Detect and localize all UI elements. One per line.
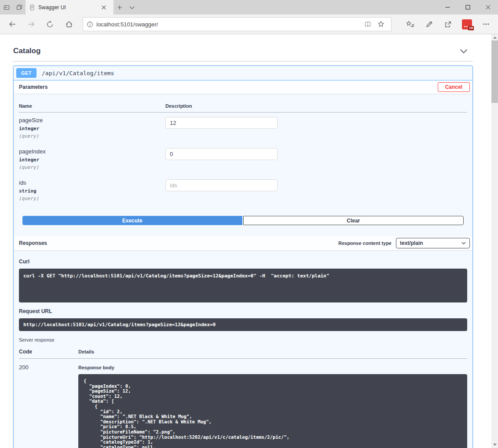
column-header-details: Details bbox=[78, 349, 467, 359]
home-button[interactable] bbox=[59, 15, 78, 33]
forward-button[interactable] bbox=[22, 15, 40, 33]
extension-badge: 19 bbox=[468, 26, 474, 30]
param-location: (query) bbox=[19, 196, 165, 201]
parameters-body: Name Description pageSize integer (query… bbox=[14, 103, 472, 236]
tab-close-icon[interactable] bbox=[98, 0, 110, 15]
curl-label: Curl bbox=[19, 259, 467, 265]
pagesize-input[interactable] bbox=[165, 117, 278, 129]
clear-button[interactable]: Clear bbox=[243, 216, 464, 225]
parameters-title: Parameters bbox=[19, 84, 48, 90]
settings-ellipsis-icon[interactable] bbox=[476, 15, 495, 33]
add-favorite-star-icon[interactable] bbox=[374, 18, 388, 30]
server-response-label: Server response bbox=[19, 337, 467, 342]
refresh-button[interactable] bbox=[40, 15, 59, 33]
reading-view-icon[interactable] bbox=[361, 18, 374, 30]
page-content: Catalog GET /api/v1/Catalog/items Parame… bbox=[0, 34, 498, 448]
operation-summary[interactable]: GET /api/v1/Catalog/items bbox=[14, 66, 472, 80]
collapse-tag-chevron-icon[interactable] bbox=[457, 49, 470, 54]
responses-header: Responses Response content type text/pla… bbox=[14, 236, 472, 250]
operation-block: GET /api/v1/Catalog/items Parameters Can… bbox=[13, 66, 473, 448]
param-name: pageSize bbox=[19, 117, 165, 124]
response-content-type: Response content type text/plain bbox=[338, 238, 470, 248]
scrollbar-up-arrow-icon[interactable] bbox=[491, 34, 498, 41]
http-method-badge: GET bbox=[16, 68, 37, 78]
navigation-bar: localhost:5101/swagger/ 19 bbox=[0, 15, 498, 34]
browser-tab[interactable]: Swagger UI bbox=[26, 0, 114, 15]
param-type: string bbox=[19, 188, 165, 194]
column-header-description: Description bbox=[165, 103, 467, 113]
window-controls bbox=[437, 0, 498, 15]
column-header-name: Name bbox=[19, 103, 165, 113]
column-header-code: Code bbox=[19, 349, 78, 359]
response-content-type-label: Response content type bbox=[338, 240, 392, 246]
window-minimize-button[interactable] bbox=[437, 0, 458, 15]
browser-window: Swagger UI bbox=[0, 0, 498, 448]
param-type: integer bbox=[19, 157, 165, 163]
content-type-select[interactable]: text/plain bbox=[396, 238, 470, 248]
set-tabs-aside-icon[interactable] bbox=[0, 0, 13, 15]
param-location: (query) bbox=[19, 164, 165, 170]
param-type: integer bbox=[19, 126, 165, 131]
responses-title: Responses bbox=[19, 240, 47, 246]
favorites-hub-icon[interactable] bbox=[401, 15, 420, 33]
tabs-preview-icon[interactable] bbox=[13, 0, 26, 15]
response-body-label: Response body bbox=[78, 365, 467, 370]
back-button[interactable] bbox=[3, 15, 22, 33]
param-location: (query) bbox=[19, 133, 165, 139]
tab-strip: Swagger UI bbox=[0, 0, 498, 15]
responses-body: Curl curl -X GET "http://localhost:5101/… bbox=[14, 250, 472, 448]
toolbar-icons: 19 bbox=[401, 15, 495, 33]
page-favicon-icon bbox=[29, 4, 35, 11]
parameters-table: Name Description pageSize integer (query… bbox=[19, 103, 467, 206]
pageindex-input[interactable] bbox=[165, 148, 278, 160]
tab-title: Swagger UI bbox=[38, 4, 95, 11]
new-tab-button[interactable] bbox=[114, 0, 126, 15]
status-code: 200 bbox=[19, 364, 78, 371]
cancel-button[interactable]: Cancel bbox=[438, 82, 470, 92]
request-url[interactable]: http://localhost:5101/api/v1/Catalog/ite… bbox=[19, 318, 467, 331]
request-url-label: Request URL bbox=[19, 308, 467, 314]
response-body[interactable]: { "pageIndex": 0, "pageSize": 12, "count… bbox=[78, 374, 467, 448]
address-bar[interactable]: localhost:5101/swagger/ bbox=[83, 17, 392, 31]
tag-section-header: Catalog bbox=[13, 34, 473, 62]
parameter-row: pageSize integer (query) bbox=[19, 113, 467, 144]
share-icon[interactable] bbox=[439, 15, 458, 33]
tab-list-chevron-icon[interactable] bbox=[126, 0, 138, 15]
response-row: 200 Response body { "pageIndex": 0, "pag… bbox=[19, 359, 467, 448]
server-response-table: Code Details 200 Response body { "pageIn… bbox=[19, 349, 467, 448]
parameter-row: ids string (query) bbox=[19, 175, 467, 206]
parameter-row: pageIndex integer (query) bbox=[19, 144, 467, 175]
content-type-value: text/plain bbox=[400, 240, 423, 246]
ids-input[interactable] bbox=[165, 179, 278, 191]
scrollbar-down-arrow-icon[interactable] bbox=[491, 441, 498, 448]
adblock-extension-icon[interactable]: 19 bbox=[458, 15, 476, 33]
curl-command[interactable]: curl -X GET "http://localhost:5101/api/v… bbox=[19, 269, 467, 302]
web-notes-pen-icon[interactable] bbox=[420, 15, 439, 33]
swagger-page: Catalog GET /api/v1/Catalog/items Parame… bbox=[0, 34, 491, 448]
operation-path[interactable]: /api/v1/Catalog/items bbox=[42, 70, 114, 76]
scrollbar-thumb[interactable] bbox=[491, 40, 498, 103]
tag-title: Catalog bbox=[13, 47, 40, 55]
url-text[interactable]: localhost:5101/swagger/ bbox=[96, 21, 361, 28]
parameters-header: Parameters Cancel bbox=[14, 80, 472, 94]
window-close-button[interactable] bbox=[478, 0, 498, 15]
execute-button[interactable]: Execute bbox=[22, 216, 242, 225]
window-maximize-button[interactable] bbox=[458, 0, 478, 15]
execute-wrapper: Execute Clear bbox=[19, 206, 467, 236]
site-info-icon[interactable] bbox=[87, 21, 93, 28]
param-name: ids bbox=[19, 179, 165, 186]
param-name: pageIndex bbox=[19, 148, 165, 155]
vertical-scrollbar[interactable] bbox=[491, 34, 498, 448]
chevron-down-icon bbox=[461, 242, 466, 244]
